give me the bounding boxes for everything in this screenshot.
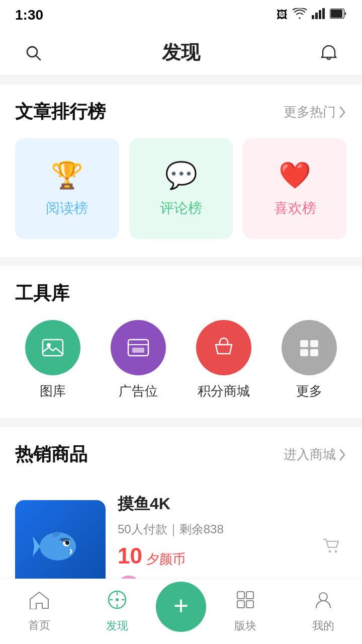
battery-icon (330, 9, 347, 22)
ranking-title: 文章排行榜 (15, 100, 106, 124)
svg-rect-3 (322, 8, 325, 19)
tab-discover-label: 发现 (106, 618, 128, 633)
svg-point-32 (116, 598, 119, 601)
svg-rect-12 (132, 348, 144, 353)
svg-rect-34 (246, 592, 253, 599)
tab-bar: 首页 发现 + 版块 (0, 579, 362, 644)
shop-icon-circle (196, 320, 251, 375)
tools-section-header: 工具库 (15, 281, 347, 306)
ranking-card-comment[interactable]: 💬 评论榜 (129, 138, 233, 239)
ranking-section: 文章排行榜 更多热门 🏆 阅读榜 💬 评论榜 ❤️ 喜欢榜 (0, 85, 362, 257)
mine-icon (313, 590, 333, 614)
status-bar: 1:30 🖼 (0, 0, 362, 30)
ranking-more-button[interactable]: 更多热门 (284, 103, 347, 121)
enter-shop-button[interactable]: 进入商城 (284, 446, 347, 463)
home-icon (29, 590, 49, 614)
comment-icon: 💬 (165, 160, 198, 191)
product-thumb-moyu4k (15, 500, 106, 591)
svg-point-24 (335, 550, 337, 553)
svg-rect-5 (331, 10, 342, 18)
ranking-card-like[interactable]: ❤️ 喜欢榜 (243, 138, 347, 239)
ad-icon-circle (111, 320, 166, 375)
status-time: 1:30 (15, 7, 43, 23)
tools-title: 工具库 (15, 281, 69, 306)
more-label: 更多 (296, 382, 322, 400)
hot-title: 热销商品 (15, 442, 87, 467)
tab-home-label: 首页 (28, 618, 50, 633)
svg-line-7 (36, 55, 41, 60)
add-button[interactable]: + (156, 582, 206, 632)
tools-section: 工具库 图库 (0, 266, 362, 418)
hot-section-header: 热销商品 进入商城 (15, 442, 347, 467)
discover-icon (107, 590, 127, 614)
tool-ad[interactable]: 广告位 (101, 320, 176, 400)
shop-label: 积分商城 (198, 382, 250, 400)
status-icons: 🖼 (277, 8, 347, 22)
wifi-icon (293, 8, 307, 22)
add-to-cart-moyu4k[interactable] (317, 530, 347, 560)
search-button[interactable] (18, 38, 48, 68)
svg-rect-33 (237, 592, 244, 599)
ranking-cards: 🏆 阅读榜 💬 评论榜 ❤️ 喜欢榜 (15, 138, 347, 239)
svg-point-37 (319, 593, 327, 601)
tool-more[interactable]: 更多 (272, 320, 347, 400)
tab-mine-label: 我的 (312, 618, 334, 633)
svg-rect-35 (237, 601, 244, 608)
gallery-icon-circle (25, 320, 80, 375)
tool-gallery[interactable]: 图库 (15, 320, 90, 400)
tab-board-label: 版块 (234, 618, 256, 633)
like-label: 喜欢榜 (274, 199, 316, 218)
product-stats-moyu4k: 50人付款｜剩余838 (118, 521, 305, 537)
ranking-card-read[interactable]: 🏆 阅读榜 (15, 138, 119, 239)
svg-rect-16 (310, 349, 318, 356)
price-number-moyu4k: 10 (118, 543, 142, 569)
read-label: 阅读榜 (46, 199, 88, 218)
tab-home[interactable]: 首页 (0, 590, 78, 633)
product-price-moyu4k: 10 夕颜币 (118, 543, 305, 569)
svg-rect-14 (310, 340, 318, 347)
product-name-moyu4k: 摸鱼4K (118, 493, 305, 515)
signal-icon (312, 8, 325, 22)
gallery-label: 图库 (40, 382, 66, 400)
tab-add[interactable]: + (156, 582, 206, 642)
svg-rect-0 (312, 15, 314, 19)
svg-rect-13 (300, 340, 308, 347)
page-title: 发现 (162, 40, 200, 65)
tab-discover[interactable]: 发现 (78, 590, 156, 633)
tool-shop[interactable]: 积分商城 (186, 320, 261, 400)
ranking-section-header: 文章排行榜 更多热门 (15, 100, 347, 124)
tab-board[interactable]: 版块 (206, 590, 284, 633)
top-nav: 发现 (0, 30, 362, 75)
tab-mine[interactable]: 我的 (284, 590, 362, 633)
svg-rect-2 (319, 10, 321, 19)
image-status-icon: 🖼 (277, 9, 288, 22)
svg-rect-8 (43, 340, 63, 356)
svg-point-17 (40, 532, 76, 560)
main-content: 文章排行榜 更多热门 🏆 阅读榜 💬 评论榜 ❤️ 喜欢榜 (0, 85, 362, 644)
svg-point-23 (329, 550, 331, 553)
svg-rect-36 (246, 601, 253, 608)
heart-icon: ❤️ (279, 160, 311, 191)
notification-button[interactable] (314, 38, 344, 68)
board-icon (235, 590, 255, 614)
ad-label: 广告位 (119, 382, 158, 400)
more-icon-circle (282, 320, 337, 375)
svg-rect-15 (300, 349, 308, 356)
svg-rect-1 (315, 13, 318, 19)
comment-label: 评论榜 (160, 199, 202, 218)
price-unit-moyu4k: 夕颜币 (146, 550, 186, 568)
trophy-icon: 🏆 (51, 160, 83, 191)
tools-grid: 图库 广告位 积分商城 (15, 320, 347, 400)
